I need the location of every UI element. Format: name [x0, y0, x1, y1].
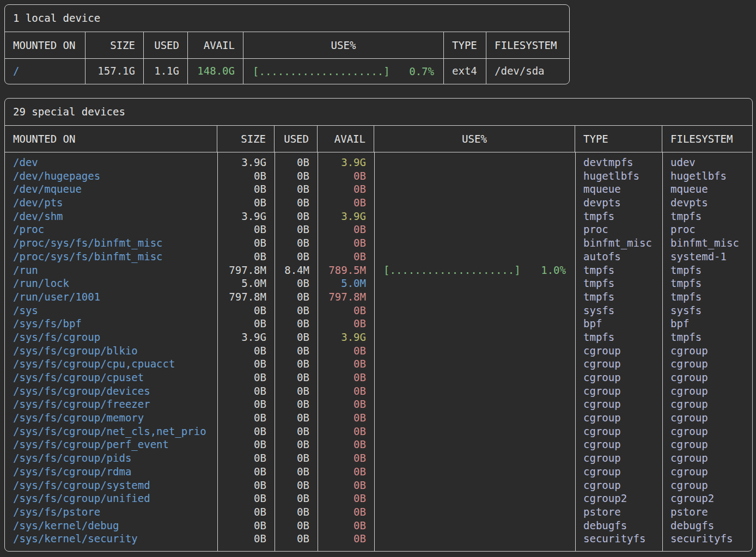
usage-bar: [....................]	[383, 264, 521, 277]
size-cell: 0B	[217, 465, 275, 479]
filesystem-cell: systemd-1	[662, 250, 752, 264]
fs-type-cell: cgroup	[575, 411, 662, 425]
used-cell: 0B	[275, 236, 318, 250]
mount-point-cell: /dev/hugepages	[5, 169, 217, 183]
size-cell: 3.9G	[217, 156, 275, 169]
mount-point-cell: /run	[5, 264, 217, 277]
size-cell: 0B	[217, 519, 275, 532]
size-cell: 0B	[217, 196, 275, 210]
size-cell: 0B	[217, 169, 275, 183]
column-header-mounted-on: MOUNTED ON	[5, 32, 86, 58]
used-cell: 0B	[275, 357, 318, 371]
use-percent-cell	[374, 344, 575, 358]
size-cell: 0B	[217, 505, 275, 519]
fs-type-cell: cgroup	[575, 397, 662, 411]
use-percent-cell: [....................]1.0%	[374, 264, 575, 277]
mount-point-cell: /run/lock	[5, 277, 217, 290]
filesystem-cell: cgroup	[662, 479, 752, 492]
size-cell: 3.9G	[217, 330, 275, 344]
use-percent-cell	[374, 519, 575, 532]
used-cell: 0B	[275, 438, 318, 451]
avail-cell: 5.0M	[318, 277, 374, 290]
used-cell: 0B	[275, 397, 318, 411]
fs-type-cell: proc	[575, 223, 662, 236]
filesystem-cell: cgroup	[662, 465, 752, 479]
mount-point-cell: /sys/fs/cgroup/rdma	[5, 465, 217, 479]
table-row: /sys/fs/cgroup/net_cls,net_prio0B0B0Bcgr…	[5, 425, 752, 438]
use-percent-cell	[374, 438, 575, 451]
avail-cell: 0B	[318, 425, 374, 438]
table-row: /sys/fs/cgroup/systemd0B0B0Bcgroupcgroup	[5, 479, 752, 492]
used-cell: 1.1G	[144, 59, 188, 84]
size-cell: 0B	[217, 317, 275, 330]
avail-cell: 797.8M	[318, 290, 374, 304]
avail-cell: 3.9G	[318, 210, 374, 223]
filesystem-cell: devpts	[662, 196, 752, 210]
mount-point-cell: /dev/pts	[5, 196, 217, 210]
used-cell: 0B	[275, 250, 318, 264]
column-header-size: SIZE	[217, 126, 275, 152]
table-row: /sys/fs/cgroup/freezer0B0B0Bcgroupcgroup	[5, 397, 752, 411]
used-cell: 0B	[275, 277, 318, 290]
column-header-filesystem: FILESYSTEM	[662, 126, 752, 152]
fs-type-cell: cgroup	[575, 371, 662, 384]
table-title: 1 local device	[5, 5, 569, 32]
avail-cell: 148.0G	[188, 59, 243, 84]
table-body: /dev3.9G0B3.9Gdevtmpfsudev/dev/hugepages…	[5, 152, 752, 551]
column-header-size: SIZE	[86, 32, 144, 58]
mount-point-cell: /sys/fs/cgroup/devices	[5, 384, 217, 398]
mount-point-cell: /run/user/1001	[5, 290, 217, 304]
table-row: /run797.8M8.4M789.5M[...................…	[5, 264, 752, 277]
used-cell: 0B	[275, 304, 318, 317]
use-percent-cell	[374, 182, 575, 196]
mount-point-cell: /sys/kernel/security	[5, 532, 217, 546]
filesystem-cell: cgroup	[662, 425, 752, 438]
filesystem-cell: pstore	[662, 505, 752, 519]
column-header-avail: AVAIL	[188, 32, 243, 58]
avail-cell: 0B	[318, 505, 374, 519]
avail-cell: 0B	[318, 304, 374, 317]
avail-cell: 0B	[318, 532, 374, 546]
use-percent-cell	[374, 250, 575, 264]
mount-point-cell: /sys/fs/cgroup/net_cls,net_prio	[5, 425, 217, 438]
size-cell: 797.8M	[217, 264, 275, 277]
filesystem-cell: cgroup	[662, 344, 752, 358]
avail-cell: 0B	[318, 438, 374, 451]
column-divider	[575, 152, 576, 551]
column-header-use-: USE%	[243, 32, 444, 58]
fs-type-cell: tmpfs	[575, 330, 662, 344]
use-percent-cell	[374, 492, 575, 505]
size-cell: 0B	[217, 250, 275, 264]
filesystem-cell: cgroup	[662, 384, 752, 398]
fs-type-cell: ext4	[444, 59, 486, 84]
use-percent-cell	[374, 371, 575, 384]
avail-cell: 0B	[318, 492, 374, 505]
filesystem-cell: hugetlbfs	[662, 169, 752, 183]
size-cell: 5.0M	[217, 277, 275, 290]
used-cell: 0B	[275, 425, 318, 438]
fs-type-cell: tmpfs	[575, 277, 662, 290]
avail-cell: 0B	[318, 451, 374, 465]
use-percent-cell	[374, 277, 575, 290]
column-header-type: TYPE	[444, 32, 486, 58]
filesystem-cell: proc	[662, 223, 752, 236]
fs-type-cell: tmpfs	[575, 290, 662, 304]
use-percent-cell	[374, 236, 575, 250]
fs-type-cell: devtmpfs	[575, 156, 662, 169]
mount-point-cell: /sys/fs/cgroup/memory	[5, 411, 217, 425]
use-percent-cell	[374, 505, 575, 519]
filesystem-cell: cgroup	[662, 371, 752, 384]
used-cell: 0B	[275, 465, 318, 479]
avail-cell: 0B	[318, 317, 374, 330]
column-divider	[275, 152, 275, 551]
used-cell: 0B	[275, 317, 318, 330]
size-cell: 0B	[217, 357, 275, 371]
mount-point-cell: /dev	[5, 156, 217, 169]
use-percent-cell	[374, 479, 575, 492]
column-header-avail: AVAIL	[318, 126, 374, 152]
table-header-row: MOUNTED ONSIZEUSEDAVAILUSE%TYPEFILESYSTE…	[5, 32, 569, 59]
avail-cell: 0B	[318, 465, 374, 479]
size-cell: 0B	[217, 223, 275, 236]
avail-cell: 0B	[318, 196, 374, 210]
use-percent-cell	[374, 317, 575, 330]
